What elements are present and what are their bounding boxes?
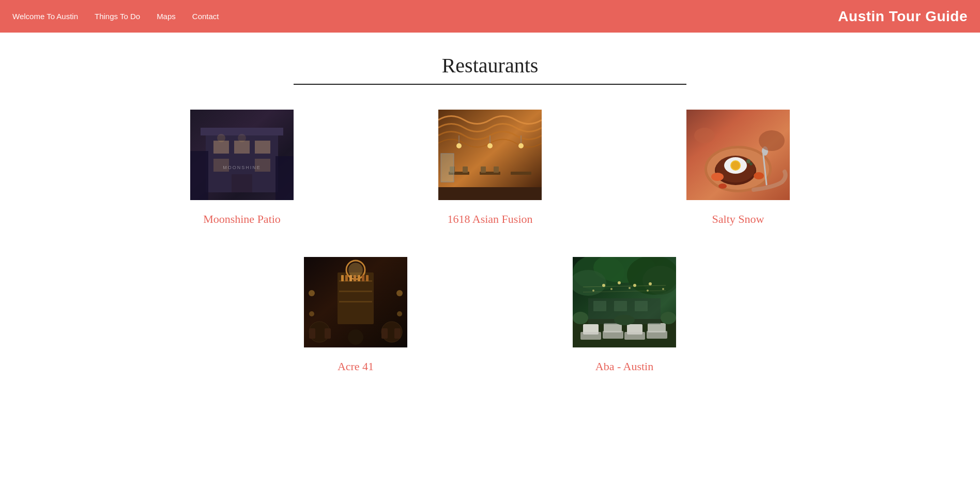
svg-rect-13 [275, 156, 294, 200]
svg-rect-3 [213, 141, 229, 154]
svg-point-9 [217, 134, 225, 142]
nav-maps[interactable]: Maps [157, 12, 176, 21]
svg-point-42 [754, 172, 764, 179]
svg-point-47 [694, 128, 715, 143]
svg-rect-99 [647, 331, 667, 339]
restaurant-image-salty [686, 110, 790, 200]
site-brand: Austin Tour Guide [838, 8, 968, 25]
svg-rect-69 [394, 328, 401, 339]
svg-point-106 [614, 315, 635, 325]
svg-point-81 [618, 281, 621, 284]
acre-name: Acre 41 [338, 360, 374, 373]
restaurant-image-acre [304, 257, 407, 347]
aba-name: Aba - Austin [595, 360, 653, 373]
svg-rect-8 [232, 174, 252, 192]
restaurant-image-aba [573, 257, 676, 347]
svg-text:MOONSHINE: MOONSHINE [223, 165, 261, 170]
page-content: Restaurants [0, 33, 980, 394]
svg-point-83 [649, 282, 652, 285]
svg-point-86 [629, 287, 631, 289]
nav-welcome[interactable]: Welcome To Austin [12, 12, 78, 21]
svg-rect-98 [624, 332, 645, 340]
asian-fusion-name: 1618 Asian Fusion [447, 212, 532, 226]
svg-rect-30 [438, 187, 542, 200]
salty-snow-image-svg [686, 110, 790, 200]
svg-point-65 [348, 329, 363, 345]
svg-point-104 [573, 312, 588, 324]
svg-rect-4 [234, 141, 250, 154]
svg-point-73 [397, 311, 402, 316]
acre-image-svg [304, 257, 407, 347]
svg-point-17 [518, 143, 524, 148]
svg-point-71 [396, 290, 403, 296]
svg-point-43 [718, 184, 727, 189]
svg-point-82 [633, 284, 636, 287]
asian-fusion-image-svg [438, 110, 542, 200]
restaurant-grid-row1: MOONSHINE Moonshine Patio [128, 110, 852, 226]
svg-rect-103 [635, 301, 648, 311]
svg-point-72 [309, 311, 314, 316]
svg-point-46 [759, 130, 785, 151]
svg-point-40 [749, 162, 753, 165]
aba-image-svg [573, 257, 676, 347]
svg-rect-28 [441, 154, 454, 182]
svg-point-87 [647, 290, 649, 292]
svg-point-39 [746, 159, 751, 163]
svg-rect-5 [255, 141, 270, 154]
svg-rect-27 [494, 166, 499, 173]
svg-rect-26 [481, 166, 486, 173]
restaurant-grid-row2: Acre 41 [128, 257, 852, 373]
svg-rect-67 [325, 328, 331, 339]
svg-rect-62 [338, 272, 374, 324]
svg-rect-66 [309, 328, 315, 339]
svg-point-41 [711, 173, 724, 181]
restaurant-item-acre[interactable]: Acre 41 [252, 257, 459, 373]
restaurant-item-moonshine[interactable]: MOONSHINE Moonshine Patio [128, 110, 356, 226]
svg-point-70 [309, 290, 315, 296]
moonshine-name: Moonshine Patio [203, 212, 281, 226]
svg-point-16 [487, 143, 493, 148]
svg-rect-96 [580, 332, 601, 340]
navbar: Welcome To Austin Things To Do Maps Cont… [0, 0, 980, 33]
svg-rect-23 [511, 172, 531, 175]
svg-point-15 [456, 143, 462, 148]
svg-rect-68 [381, 328, 388, 339]
title-divider [294, 84, 686, 85]
svg-point-38 [731, 161, 740, 170]
svg-rect-12 [190, 151, 208, 200]
svg-rect-102 [614, 301, 627, 311]
page-title: Restaurants [31, 53, 949, 78]
svg-point-10 [238, 134, 246, 142]
svg-rect-97 [603, 331, 623, 339]
svg-point-105 [661, 312, 676, 324]
nav-things-to-do[interactable]: Things To Do [95, 12, 140, 21]
restaurant-item-salty[interactable]: Salty Snow [624, 110, 852, 226]
svg-point-85 [610, 288, 612, 290]
restaurant-item-1618[interactable]: 1618 Asian Fusion [376, 110, 604, 226]
nav-contact[interactable]: Contact [192, 12, 219, 21]
moonshine-image-svg: MOONSHINE [190, 110, 294, 200]
svg-rect-25 [463, 166, 468, 173]
svg-point-88 [662, 288, 664, 290]
restaurant-image-1618 [438, 110, 542, 200]
restaurant-image-moonshine: MOONSHINE [190, 110, 294, 200]
nav-links: Welcome To Austin Things To Do Maps Cont… [12, 12, 219, 21]
salty-snow-name: Salty Snow [712, 212, 764, 226]
svg-point-84 [592, 290, 594, 292]
restaurant-item-aba[interactable]: Aba - Austin [521, 257, 728, 373]
svg-rect-101 [593, 301, 606, 311]
